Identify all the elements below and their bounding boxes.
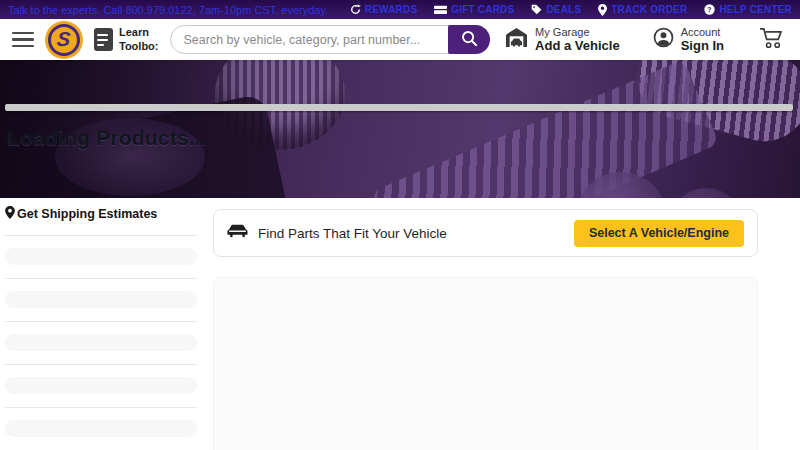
sidebar-skeleton-row: [5, 407, 197, 437]
loading-progress-bar: [5, 104, 793, 111]
content-area: Get Shipping Estimates Find Parts That F…: [0, 198, 800, 450]
help-center-link[interactable]: ? HELP CENTER: [704, 4, 792, 15]
sidebar-skeleton-row: [5, 278, 197, 308]
sidebar-skeleton-row: [5, 321, 197, 351]
sidebar-skeleton-pill: [5, 334, 197, 351]
track-order-label: TRACK ORDER: [611, 4, 687, 15]
learn-toolbox-label: Learn Toolbo:: [119, 26, 159, 52]
my-garage-label: My Garage: [535, 26, 620, 38]
deals-icon: [531, 4, 542, 15]
sidebar-skeleton-row: [5, 235, 197, 265]
help-center-label: HELP CENTER: [719, 4, 792, 15]
loading-products-text: Loading Products...: [7, 126, 207, 150]
add-vehicle-label: Add a Vehicle: [535, 38, 620, 53]
sidebar-skeleton-list: [5, 235, 200, 450]
gift-cards-icon: [434, 5, 447, 15]
sidebar-skeleton-row: [5, 364, 197, 394]
deals-link[interactable]: DEALS: [531, 4, 581, 15]
svg-text:?: ?: [708, 6, 712, 13]
track-order-link[interactable]: TRACK ORDER: [598, 4, 687, 16]
select-vehicle-button[interactable]: Select A Vehicle/Engine: [574, 220, 744, 247]
sign-in-label: Sign In: [681, 38, 724, 53]
main-header: S Learn Toolbo: My Garage Add a Vehicle: [0, 19, 800, 60]
hero-engine-banner: Loading Products...: [0, 60, 800, 198]
shipping-estimates-label: Get Shipping Estimates: [17, 207, 157, 221]
search-input[interactable]: [170, 25, 491, 54]
search-bar: [170, 25, 491, 54]
learn-toolbox-link[interactable]: Learn Toolbo:: [94, 26, 159, 52]
products-loading-skeleton: [213, 277, 758, 450]
rewards-link[interactable]: REWARDS: [350, 4, 418, 15]
gift-cards-link[interactable]: GIFT CARDS: [434, 4, 514, 15]
sidebar-divider: [5, 407, 197, 408]
account-label: Account: [681, 26, 724, 38]
toolbox-icon: [94, 28, 113, 51]
vehicle-fit-card: Find Parts That Fit Your Vehicle Select …: [213, 209, 758, 257]
sidebar-divider: [5, 321, 197, 322]
my-garage-button[interactable]: My Garage Add a Vehicle: [505, 26, 620, 53]
account-button[interactable]: Account Sign In: [653, 26, 724, 53]
car-icon: [227, 223, 248, 243]
account-icon: [653, 27, 674, 52]
gift-cards-label: GIFT CARDS: [451, 4, 514, 15]
cart-icon: [759, 35, 784, 52]
menu-hamburger-icon[interactable]: [12, 32, 34, 48]
rewards-label: REWARDS: [365, 4, 418, 15]
phone-tagline-link[interactable]: Talk to the experts. Call 800.979.0122, …: [8, 4, 328, 16]
shipping-estimates-link[interactable]: Get Shipping Estimates: [5, 206, 200, 222]
page: Talk to the experts. Call 800.979.0122, …: [0, 0, 800, 450]
sidebar-divider: [5, 364, 197, 365]
track-order-icon: [598, 4, 607, 16]
cart-button[interactable]: [759, 27, 784, 53]
garage-icon: [505, 27, 528, 52]
main-column: Find Parts That Fit Your Vehicle Select …: [213, 198, 758, 450]
sidebar-skeleton-pill: [5, 291, 197, 308]
deals-label: DEALS: [546, 4, 581, 15]
top-utility-nav: REWARDS GIFT CARDS DEALS TRACK ORDER ? H…: [350, 4, 792, 16]
sidebar-divider: [5, 278, 197, 279]
sidebar-divider: [5, 235, 197, 236]
top-utility-bar: Talk to the experts. Call 800.979.0122, …: [0, 0, 800, 19]
rewards-icon: [350, 4, 361, 15]
sidebar-skeleton-pill: [5, 248, 197, 265]
filters-sidebar: Get Shipping Estimates: [0, 198, 200, 450]
search-icon: [461, 30, 478, 50]
sidebar-skeleton-pill: [5, 377, 197, 394]
location-pin-icon: [5, 206, 15, 222]
vehicle-fit-label: Find Parts That Fit Your Vehicle: [258, 226, 447, 241]
help-center-icon: ?: [704, 4, 715, 15]
sidebar-skeleton-pill: [5, 420, 197, 437]
search-button[interactable]: [448, 25, 490, 54]
speedway-logo[interactable]: S: [45, 21, 83, 59]
